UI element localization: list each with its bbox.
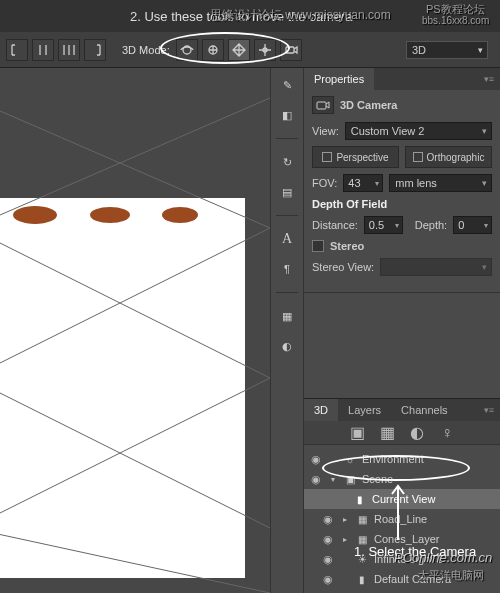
tree-environment[interactable]: ◉☼ Environment: [304, 449, 500, 469]
move-tool-icon[interactable]: [6, 39, 28, 61]
stereo-view-dropdown: [380, 258, 492, 276]
3d-tab[interactable]: 3D: [304, 399, 338, 421]
pan-tool-icon[interactable]: [228, 39, 250, 61]
filter-light-icon[interactable]: ♀: [439, 425, 455, 441]
filter-material-icon[interactable]: ◐: [409, 425, 425, 441]
env-icon: ☼: [342, 454, 358, 465]
dof-section: Depth Of Field: [312, 198, 492, 210]
distribute-tool-icon[interactable]: [58, 39, 80, 61]
eye-icon[interactable]: ◉: [308, 473, 324, 486]
options-bar: 3D Mode: 3D: [0, 32, 500, 68]
scene-filter-bar: ▣ ▦ ◐ ♀: [304, 421, 500, 445]
history-panel-icon[interactable]: ↻: [276, 151, 298, 173]
svg-point-14: [162, 207, 198, 223]
svg-rect-15: [317, 102, 326, 109]
distance-input[interactable]: 0.5: [364, 216, 403, 234]
orthographic-button[interactable]: Orthographic: [405, 146, 492, 168]
workspace-dropdown[interactable]: 3D: [406, 41, 488, 59]
roll-tool-icon[interactable]: [202, 39, 224, 61]
stereo-view-label: Stereo View:: [312, 261, 374, 273]
layers-tab[interactable]: Layers: [338, 399, 391, 421]
tree-current-view[interactable]: ▮ Current View: [304, 489, 500, 509]
watermark: 思缘设计论坛 www.missyuan.com: [210, 7, 391, 24]
eye-icon[interactable]: ◉: [320, 553, 336, 566]
fov-label: FOV:: [312, 177, 337, 189]
scene-icon: ▣: [342, 474, 358, 485]
camera-icon: ▮: [352, 494, 368, 505]
zoom-tool-icon[interactable]: [280, 39, 302, 61]
eye-icon[interactable]: ◉: [320, 513, 336, 526]
depth-input[interactable]: 0: [453, 216, 492, 234]
watermark: PConline.com.cn: [394, 550, 492, 565]
actions-panel-icon[interactable]: ▤: [276, 181, 298, 203]
tree-road[interactable]: ◉▸▦ Road_Line: [304, 509, 500, 529]
fov-input[interactable]: 43: [343, 174, 383, 192]
fov-unit-dropdown[interactable]: mm lens: [389, 174, 492, 192]
eye-icon[interactable]: ◉: [320, 533, 336, 546]
svg-rect-4: [0, 198, 245, 578]
mesh-icon: ▦: [354, 534, 370, 545]
clone-panel-icon[interactable]: ◧: [276, 104, 298, 126]
channels-tab[interactable]: Channels: [391, 399, 457, 421]
orbit-tool-icon[interactable]: [176, 39, 198, 61]
stereo-label: Stereo: [330, 240, 364, 252]
properties-panel: 3D Camera View: Custom View 2 Perspectiv…: [304, 90, 500, 293]
properties-tab[interactable]: Properties: [304, 68, 374, 90]
watermark: 太平洋电脑网: [418, 568, 484, 583]
svg-point-13: [90, 207, 130, 223]
tree-scene[interactable]: ◉▾▣ Scene: [304, 469, 500, 489]
view-dropdown[interactable]: Custom View 2: [345, 122, 492, 140]
eye-icon[interactable]: ◉: [320, 573, 336, 586]
watermark: bbs.16xx8.com: [422, 15, 489, 26]
view-label: View:: [312, 125, 339, 137]
distance-label: Distance:: [312, 219, 358, 231]
svg-point-12: [13, 206, 57, 224]
eye-icon[interactable]: ◉: [308, 453, 324, 466]
mesh-icon: ▦: [354, 514, 370, 525]
perspective-button[interactable]: Perspective: [312, 146, 399, 168]
brush-panel-icon[interactable]: ✎: [276, 74, 298, 96]
panel-menu-icon[interactable]: ▾≡: [484, 74, 494, 84]
align-tool-icon[interactable]: [32, 39, 54, 61]
mode-label: 3D Mode:: [122, 44, 170, 56]
swatch-panel-icon[interactable]: ▦: [276, 305, 298, 327]
filter-mesh-icon[interactable]: ▦: [379, 425, 395, 441]
3d-mode-tools: [176, 39, 302, 61]
color-panel-icon[interactable]: ◐: [276, 335, 298, 357]
depth-label: Depth:: [415, 219, 447, 231]
camera-icon: ▮: [354, 574, 370, 585]
para-panel-icon[interactable]: ¶: [276, 258, 298, 280]
svg-rect-3: [286, 47, 294, 53]
char-panel-icon[interactable]: A: [276, 228, 298, 250]
align-tool2-icon[interactable]: [84, 39, 106, 61]
camera-icon: [312, 96, 334, 114]
vertical-tool-strip: ✎ ◧ ↻ ▤ A ¶ ▦ ◐: [270, 68, 304, 593]
slide-tool-icon[interactable]: [254, 39, 276, 61]
properties-title: 3D Camera: [340, 99, 397, 111]
canvas-area[interactable]: [0, 68, 270, 593]
panel-menu-icon[interactable]: ▾≡: [484, 405, 494, 415]
filter-scene-icon[interactable]: ▣: [349, 425, 365, 441]
stereo-checkbox[interactable]: [312, 240, 324, 252]
